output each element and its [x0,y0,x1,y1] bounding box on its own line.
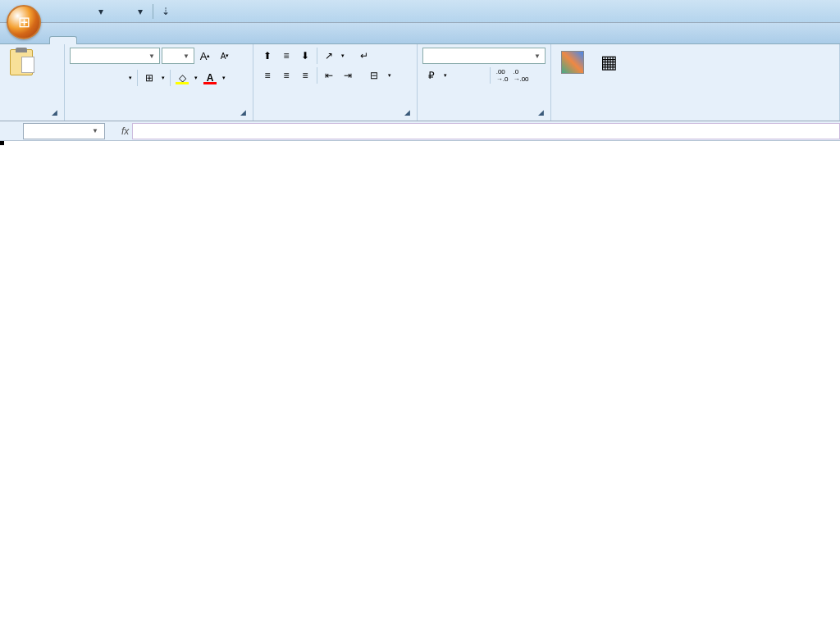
align-right-button[interactable]: ≡ [296,67,314,84]
redo-button[interactable] [112,2,130,21]
underline-dropdown[interactable]: ▾ [126,70,135,86]
align-top-button[interactable]: ⬆ [258,48,276,64]
group-number: ▼ ₽ ▾ .00→.0 .0→.00 ◢ [418,44,551,121]
number-format-combo[interactable]: ▼ [422,48,546,64]
shrink-font-button[interactable]: A▾ [216,48,234,64]
orientation-dropdown[interactable]: ▾ [339,48,347,64]
tab-page-layout[interactable] [105,35,133,43]
group-label-alignment: ◢ [258,116,412,119]
active-cell-cursor [0,141,3,144]
font-color-dropdown[interactable]: ▾ [220,70,228,86]
wrap-text-button[interactable]: ↵ [354,48,375,64]
tab-home[interactable] [49,36,77,44]
orientation-button[interactable]: ↗ [320,48,338,64]
formula-bar: ▼ fx [0,121,840,141]
fill-dropdown[interactable]: ▾ [192,70,200,86]
qat-customize[interactable]: ⇣ [157,2,175,21]
align-center-button[interactable]: ≡ [277,67,295,84]
tab-data[interactable] [161,35,189,43]
office-button[interactable] [7,5,41,39]
decrease-decimal-button[interactable]: .0→.00 [512,67,530,84]
align-middle-button[interactable]: ≡ [277,48,295,64]
align-left-button[interactable]: ≡ [258,67,276,84]
increase-indent-button[interactable]: ⇥ [339,67,357,84]
cut-button[interactable] [41,48,59,64]
alignment-launcher[interactable]: ◢ [402,108,412,118]
italic-button[interactable] [89,70,107,86]
chevron-down-icon[interactable]: ▼ [180,52,192,60]
font-launcher[interactable]: ◢ [238,108,248,118]
save-button[interactable] [52,2,71,21]
percent-button[interactable] [450,67,468,84]
group-clipboard: ◢ [0,44,65,121]
font-name-combo[interactable]: ▼ [70,48,160,64]
formula-input[interactable] [132,123,840,139]
group-styles: ▦ [551,44,840,121]
separator [317,67,317,84]
chevron-down-icon[interactable]: ▼ [532,52,543,60]
group-label-font: ◢ [70,116,248,119]
paste-button[interactable] [5,48,38,79]
group-label-number: ◢ [422,116,546,119]
separator [317,48,317,64]
align-bottom-button[interactable]: ⬇ [296,48,314,64]
separator [490,67,491,84]
font-color-button[interactable]: A [201,70,219,86]
ribbon: ◢ ▼ ▼ A▴ A▾ ▾ [0,44,840,121]
clipboard-launcher[interactable]: ◢ [49,108,59,118]
conditional-formatting-icon [559,49,586,75]
border-button[interactable]: ⊞ [140,70,158,86]
paste-icon [8,49,34,75]
undo-button[interactable] [72,2,90,21]
tab-view[interactable] [217,35,244,43]
titlebar: ▾ ▾ ⇣ [0,0,840,23]
copy-button[interactable] [41,65,59,81]
group-font: ▼ ▼ A▴ A▾ ▾ ⊞ ▾ ◇ [65,44,253,121]
format-as-table-button[interactable]: ▦ [592,48,625,88]
tab-review[interactable] [189,35,217,43]
font-size-combo[interactable]: ▼ [162,48,194,64]
tab-insert[interactable] [77,35,105,43]
underline-button[interactable] [107,70,126,86]
separator [153,4,153,19]
comma-button[interactable] [469,67,487,84]
tab-formulas[interactable] [133,35,161,43]
format-painter-button[interactable] [41,82,59,98]
group-label-styles [556,116,834,119]
separator [170,70,171,86]
name-box[interactable]: ▼ [23,123,105,139]
currency-dropdown[interactable]: ▾ [441,67,450,84]
redo-dropdown[interactable]: ▾ [131,2,149,21]
increase-decimal-button[interactable]: .00→.0 [493,67,511,84]
bold-button[interactable] [70,70,88,86]
quick-access-toolbar: ▾ ▾ ⇣ [52,2,175,21]
merge-button[interactable]: ⊟ [363,67,385,84]
ribbon-tabs [0,23,840,44]
undo-dropdown[interactable]: ▾ [92,2,110,21]
group-alignment: ⬆ ≡ ⬇ ↗ ▾ ↵ ≡ ≡ ≡ ⇤ ⇥ ⊟ ▾ [253,44,418,121]
decrease-indent-button[interactable]: ⇤ [320,67,338,84]
format-as-table-icon: ▦ [596,49,622,75]
border-dropdown[interactable]: ▾ [159,70,167,86]
currency-button[interactable]: ₽ [422,67,441,84]
fill-color-button[interactable]: ◇ [173,70,191,86]
merge-dropdown[interactable]: ▾ [386,67,394,84]
separator [137,70,138,86]
chevron-down-icon[interactable]: ▼ [89,127,101,134]
chevron-down-icon[interactable]: ▼ [146,52,158,60]
group-label-clipboard: ◢ [5,116,59,119]
number-launcher[interactable]: ◢ [536,108,546,118]
conditional-formatting-button[interactable] [556,48,589,88]
fx-icon[interactable]: fx [121,125,129,137]
grow-font-button[interactable]: A▴ [196,48,214,64]
